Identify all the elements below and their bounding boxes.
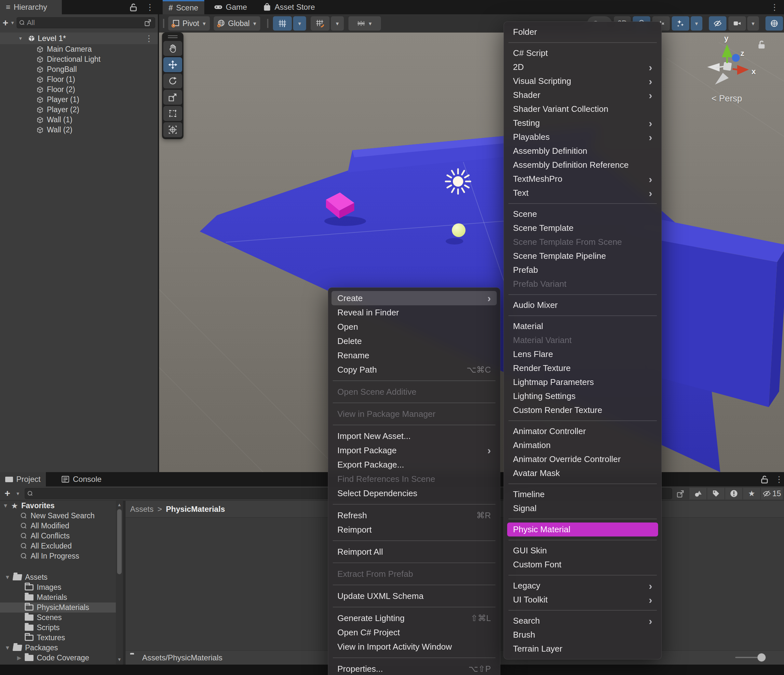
hierarchy-item[interactable]: Player (2) xyxy=(0,105,158,115)
viewport-lock-icon[interactable] xyxy=(757,40,767,50)
context-menu-item[interactable]: Generate Lighting ⇧⌘L › xyxy=(331,611,497,625)
scene-root-menu-dots[interactable]: ⋮ xyxy=(145,34,153,43)
create-menu-item[interactable]: Prefab › xyxy=(507,263,658,277)
hierarchy-item[interactable]: PongBall xyxy=(0,64,158,74)
create-menu-item[interactable]: Folder › xyxy=(507,25,658,39)
context-menu-item[interactable]: Create › xyxy=(331,291,497,305)
folder-item[interactable]: PhysicMaterials xyxy=(0,602,116,613)
create-menu-item[interactable]: Signal › xyxy=(507,501,658,515)
create-menu-item[interactable]: Scene Template From Scene › xyxy=(507,235,658,249)
saved-search-item[interactable]: All Conflicts xyxy=(0,531,116,541)
hidden-objects-button[interactable] xyxy=(709,16,726,31)
create-menu-item[interactable]: Prefab Variant › xyxy=(507,277,658,291)
saved-search-item[interactable]: New Saved Search xyxy=(0,511,116,521)
filter-by-label-button[interactable] xyxy=(707,488,725,500)
panel-splitter[interactable] xyxy=(123,501,126,664)
transform-tool-button[interactable] xyxy=(163,122,182,137)
folder-item[interactable]: Scripts xyxy=(0,623,116,633)
grid-visibility-caret[interactable]: ▼ xyxy=(293,16,306,31)
breadcrumb-root[interactable]: Assets xyxy=(130,504,154,514)
collapse-arrow-icon[interactable]: ▼ xyxy=(18,36,23,41)
context-menu-item[interactable]: Properties... ⌥⇧P › xyxy=(331,662,497,675)
pivot-button[interactable]: Pivot ▼ xyxy=(168,16,210,31)
create-menu-item[interactable]: Audio Mixer › xyxy=(507,298,658,312)
add-object-button[interactable]: + xyxy=(3,18,8,28)
move-tool-button[interactable] xyxy=(163,57,182,72)
tree-scrollbar[interactable]: ▲ ▼ xyxy=(116,501,123,664)
create-menu-item[interactable]: Search › xyxy=(507,614,658,628)
thumbnail-size-slider[interactable] xyxy=(735,657,764,658)
snap-increment-button[interactable]: ▼ xyxy=(348,16,381,31)
perspective-toggle[interactable]: < Persp xyxy=(694,94,759,104)
context-menu-item[interactable]: Delete › xyxy=(331,334,497,348)
context-menu-item[interactable]: Rename › xyxy=(331,348,497,363)
create-menu-item[interactable]: Assembly Definition Reference › xyxy=(507,158,658,172)
saved-search-item[interactable]: All Modified xyxy=(0,521,116,531)
create-asset-caret[interactable]: ▼ xyxy=(16,491,20,496)
create-menu-item[interactable]: Custom Render Texture › xyxy=(507,403,658,417)
create-menu-item[interactable]: Shader › xyxy=(507,88,658,102)
scene-menu-dots[interactable]: ⋮ xyxy=(770,2,779,12)
create-menu-item[interactable]: Physic Material › xyxy=(507,523,658,537)
folder-item[interactable]: Assets xyxy=(0,572,116,582)
add-object-caret-icon[interactable]: ▼ xyxy=(11,20,15,25)
create-menu-item[interactable]: Assembly Definition › xyxy=(507,144,658,158)
breadcrumb-current[interactable]: PhysicMaterials xyxy=(166,504,225,514)
create-menu-item[interactable]: Scene › xyxy=(507,207,658,221)
orientation-gizmo[interactable]: y z x xyxy=(696,35,758,97)
folder-item[interactable]: Materials xyxy=(0,593,116,602)
project-menu-dots[interactable]: ⋮ xyxy=(775,474,783,484)
create-asset-button[interactable]: + xyxy=(5,488,11,498)
create-menu-item[interactable]: Lens Flare › xyxy=(507,347,658,361)
create-menu-item[interactable]: Visual Scripting › xyxy=(507,74,658,88)
create-menu-item[interactable]: Avatar Mask › xyxy=(507,466,658,480)
scene-camera-caret[interactable]: ▼ xyxy=(747,16,759,31)
saved-search-item[interactable]: All Excluded xyxy=(0,541,116,551)
context-menu-item[interactable]: Open C# Project › xyxy=(331,625,497,639)
hierarchy-search[interactable] xyxy=(17,17,155,28)
create-menu-item[interactable]: Animation › xyxy=(507,438,658,452)
tab-scene[interactable]: # Scene xyxy=(163,0,204,14)
tab-hierarchy[interactable]: ≡ Hierarchy xyxy=(0,0,62,14)
create-menu-item[interactable]: Shader Variant Collection › xyxy=(507,102,658,116)
create-menu-item[interactable]: C# Script › xyxy=(507,46,658,60)
grid-snap-button[interactable] xyxy=(311,16,330,31)
scale-tool-button[interactable] xyxy=(163,90,182,105)
create-menu-item[interactable]: Text › xyxy=(507,186,658,200)
create-menu-item[interactable]: UI Toolkit › xyxy=(507,593,658,607)
favorites-header[interactable]: ▼ ★ Favorites xyxy=(0,501,116,511)
folder-item[interactable]: Packages xyxy=(0,643,116,653)
gizmos-button[interactable] xyxy=(765,16,783,31)
create-menu-item[interactable]: GUI Skin › xyxy=(507,544,658,558)
tab-project[interactable]: Project xyxy=(0,472,46,486)
create-menu-item[interactable]: Testing › xyxy=(507,116,658,130)
hierarchy-item[interactable]: Wall (1) xyxy=(0,115,158,125)
context-menu-item[interactable]: View in Import Activity Window › xyxy=(331,639,497,654)
folder-item[interactable]: Scenes xyxy=(0,613,116,623)
hierarchy-item[interactable]: Floor (2) xyxy=(0,85,158,95)
context-menu-item[interactable]: Import Package › xyxy=(331,443,497,458)
open-project-window-icon[interactable] xyxy=(676,489,685,498)
context-menu-item[interactable]: Open Scene Additive › xyxy=(331,385,497,399)
open-search-window-icon[interactable] xyxy=(144,19,152,27)
hierarchy-item[interactable]: Wall (2) xyxy=(0,125,158,135)
overlay-drag-handle[interactable] xyxy=(163,34,182,40)
tree-arrow-icon[interactable] xyxy=(2,645,13,651)
create-menu-item[interactable]: Scene Template › xyxy=(507,221,658,235)
create-menu-item[interactable]: Terrain Layer › xyxy=(507,642,658,656)
create-menu-item[interactable]: TextMeshPro › xyxy=(507,172,658,186)
scene-root-item[interactable]: ▼ Level 1* ⋮ xyxy=(0,33,158,44)
grid-visibility-button[interactable]: Y xyxy=(273,16,292,31)
toolbar-grip-2[interactable] xyxy=(267,19,268,28)
folder-item[interactable]: Images xyxy=(0,582,116,593)
folder-item[interactable]: Textures xyxy=(0,633,116,643)
context-menu-item[interactable]: Reimport › xyxy=(331,523,497,537)
context-menu-item[interactable]: View in Package Manager › xyxy=(331,407,497,421)
rotate-tool-button[interactable] xyxy=(163,73,182,88)
hierarchy-item[interactable]: Directional Light xyxy=(0,54,158,64)
context-menu-item[interactable]: Reveal in Finder › xyxy=(331,305,497,320)
tree-arrow-icon[interactable] xyxy=(14,655,25,661)
create-menu-item[interactable]: Timeline › xyxy=(507,487,658,501)
tab-game[interactable]: Game xyxy=(208,0,250,14)
hidden-count-button[interactable]: 15 xyxy=(761,488,783,500)
